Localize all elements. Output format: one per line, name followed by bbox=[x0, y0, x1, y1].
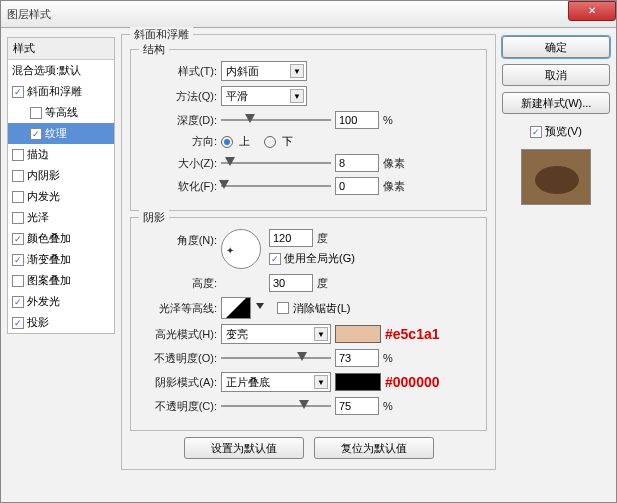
style-list: 样式 混合选项:默认 斜面和浮雕 等高线 纹理 描边 内阴影 内发光 光泽 颜色… bbox=[7, 37, 115, 334]
checkbox-icon[interactable] bbox=[12, 170, 24, 182]
style-row-innerglow[interactable]: 内发光 bbox=[8, 186, 114, 207]
antialias-checkbox[interactable] bbox=[277, 302, 289, 314]
checkbox-icon[interactable] bbox=[12, 149, 24, 161]
blend-options-row[interactable]: 混合选项:默认 bbox=[8, 60, 114, 81]
shadow-opacity-label: 不透明度(C): bbox=[139, 399, 217, 414]
style-row-texture[interactable]: 纹理 bbox=[8, 123, 114, 144]
checkbox-icon[interactable] bbox=[12, 254, 24, 266]
style-row-coloroverlay[interactable]: 颜色叠加 bbox=[8, 228, 114, 249]
soften-slider[interactable] bbox=[221, 178, 331, 194]
angle-input[interactable]: 120 bbox=[269, 229, 313, 247]
annotation-shadow-hex: #000000 bbox=[385, 374, 440, 390]
window-title: 图层样式 bbox=[7, 7, 51, 22]
checkbox-icon[interactable] bbox=[12, 86, 24, 98]
soften-label: 软化(F): bbox=[139, 179, 217, 194]
highlight-mode-label: 高光模式(H): bbox=[139, 327, 217, 342]
soften-unit: 像素 bbox=[383, 179, 405, 194]
global-light-checkbox[interactable] bbox=[269, 253, 281, 265]
gloss-contour-label: 光泽等高线: bbox=[139, 301, 217, 316]
preview-checkbox[interactable] bbox=[530, 126, 542, 138]
style-list-header: 样式 bbox=[8, 38, 114, 60]
blend-options-label: 混合选项:默认 bbox=[12, 63, 81, 78]
global-light-label: 使用全局光(G) bbox=[284, 251, 355, 266]
structure-legend: 结构 bbox=[139, 42, 169, 57]
style-label: 样式(T): bbox=[139, 64, 217, 79]
chevron-down-icon: ▼ bbox=[290, 64, 304, 78]
shadow-mode-label: 阴影模式(A): bbox=[139, 375, 217, 390]
size-unit: 像素 bbox=[383, 156, 405, 171]
method-select[interactable]: 平滑▼ bbox=[221, 86, 307, 106]
shadow-opacity-input[interactable]: 75 bbox=[335, 397, 379, 415]
angle-label: 角度(N): bbox=[139, 229, 217, 248]
checkbox-icon[interactable] bbox=[30, 128, 42, 140]
depth-label: 深度(D): bbox=[139, 113, 217, 128]
bevel-legend: 斜面和浮雕 bbox=[130, 27, 193, 42]
style-row-patternoverlay[interactable]: 图案叠加 bbox=[8, 270, 114, 291]
highlight-opacity-label: 不透明度(O): bbox=[139, 351, 217, 366]
reset-default-button[interactable]: 复位为默认值 bbox=[314, 437, 434, 459]
size-label: 大小(Z): bbox=[139, 156, 217, 171]
checkbox-icon[interactable] bbox=[12, 191, 24, 203]
make-default-button[interactable]: 设置为默认值 bbox=[184, 437, 304, 459]
style-row-stroke[interactable]: 描边 bbox=[8, 144, 114, 165]
bevel-group: 斜面和浮雕 结构 样式(T): 内斜面▼ 方法(Q): 平滑▼ 深度(D): bbox=[121, 34, 496, 470]
direction-label: 方向: bbox=[139, 134, 217, 149]
chevron-down-icon: ▼ bbox=[314, 375, 328, 389]
checkbox-icon[interactable] bbox=[12, 233, 24, 245]
preview-thumbnail bbox=[521, 149, 591, 205]
chevron-down-icon bbox=[256, 303, 264, 309]
chevron-down-icon: ▼ bbox=[314, 327, 328, 341]
highlight-color-swatch[interactable] bbox=[335, 325, 381, 343]
checkbox-icon[interactable] bbox=[30, 107, 42, 119]
highlight-opacity-slider[interactable] bbox=[221, 350, 331, 366]
style-row-innershadow[interactable]: 内阴影 bbox=[8, 165, 114, 186]
shading-group: 阴影 角度(N): ✦ 120 度 使用全局光(G) bbox=[130, 217, 487, 431]
cancel-button[interactable]: 取消 bbox=[502, 64, 610, 86]
depth-unit: % bbox=[383, 114, 393, 126]
size-input[interactable]: 8 bbox=[335, 154, 379, 172]
gloss-contour-picker[interactable] bbox=[221, 297, 251, 319]
direction-down-radio[interactable] bbox=[264, 136, 276, 148]
antialias-label: 消除锯齿(L) bbox=[293, 301, 350, 316]
chevron-down-icon: ▼ bbox=[290, 89, 304, 103]
highlight-mode-select[interactable]: 变亮▼ bbox=[221, 324, 331, 344]
close-button[interactable]: ✕ bbox=[568, 1, 616, 21]
checkbox-icon[interactable] bbox=[12, 212, 24, 224]
shading-legend: 阴影 bbox=[139, 210, 169, 225]
annotation-highlight-hex: #e5c1a1 bbox=[385, 326, 440, 342]
style-row-outerglow[interactable]: 外发光 bbox=[8, 291, 114, 312]
layer-style-dialog: 图层样式 ✕ 样式 混合选项:默认 斜面和浮雕 等高线 纹理 描边 内阴影 内发… bbox=[0, 0, 617, 503]
checkbox-icon[interactable] bbox=[12, 317, 24, 329]
shadow-mode-select[interactable]: 正片叠底▼ bbox=[221, 372, 331, 392]
soften-input[interactable]: 0 bbox=[335, 177, 379, 195]
style-row-contour[interactable]: 等高线 bbox=[8, 102, 114, 123]
style-row-satin[interactable]: 光泽 bbox=[8, 207, 114, 228]
main-panel: 斜面和浮雕 结构 样式(T): 内斜面▼ 方法(Q): 平滑▼ 深度(D): bbox=[121, 34, 496, 496]
altitude-label: 高度: bbox=[139, 276, 217, 291]
shadow-opacity-slider[interactable] bbox=[221, 398, 331, 414]
style-row-dropshadow[interactable]: 投影 bbox=[8, 312, 114, 333]
right-panel: 确定 取消 新建样式(W)... 预览(V) bbox=[502, 34, 610, 496]
new-style-button[interactable]: 新建样式(W)... bbox=[502, 92, 610, 114]
structure-group: 结构 样式(T): 内斜面▼ 方法(Q): 平滑▼ 深度(D): 100 % bbox=[130, 49, 487, 211]
depth-slider[interactable] bbox=[221, 112, 331, 128]
style-select[interactable]: 内斜面▼ bbox=[221, 61, 307, 81]
style-row-bevel[interactable]: 斜面和浮雕 bbox=[8, 81, 114, 102]
altitude-input[interactable]: 30 bbox=[269, 274, 313, 292]
shadow-color-swatch[interactable] bbox=[335, 373, 381, 391]
highlight-opacity-input[interactable]: 73 bbox=[335, 349, 379, 367]
preview-label: 预览(V) bbox=[545, 124, 582, 139]
titlebar: 图层样式 ✕ bbox=[1, 1, 616, 28]
depth-input[interactable]: 100 bbox=[335, 111, 379, 129]
checkbox-icon[interactable] bbox=[12, 296, 24, 308]
style-row-gradientoverlay[interactable]: 渐变叠加 bbox=[8, 249, 114, 270]
method-label: 方法(Q): bbox=[139, 89, 217, 104]
size-slider[interactable] bbox=[221, 155, 331, 171]
ok-button[interactable]: 确定 bbox=[502, 36, 610, 58]
checkbox-icon[interactable] bbox=[12, 275, 24, 287]
direction-up-radio[interactable] bbox=[221, 136, 233, 148]
angle-wheel[interactable]: ✦ bbox=[221, 229, 261, 269]
styles-panel: 样式 混合选项:默认 斜面和浮雕 等高线 纹理 描边 内阴影 内发光 光泽 颜色… bbox=[7, 34, 115, 496]
